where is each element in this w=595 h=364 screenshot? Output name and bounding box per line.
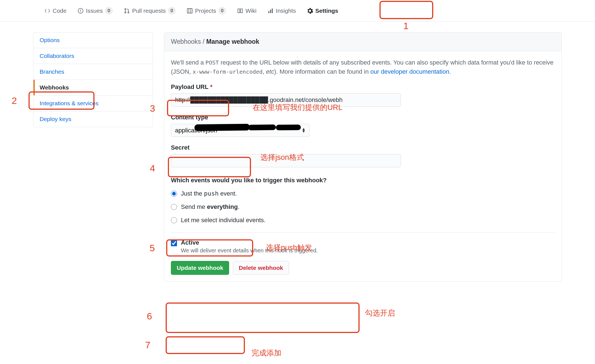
svg-rect-11: [272, 8, 273, 13]
tab-code-label: Code: [53, 7, 66, 14]
page-title: Manage webhook: [206, 38, 259, 45]
graph-icon: [268, 8, 274, 14]
svg-point-3: [125, 8, 126, 9]
webhook-panel: Webhooks / Manage webhook We'll send a P…: [164, 32, 562, 282]
tab-settings-label: Settings: [315, 7, 338, 14]
tab-issues[interactable]: Issues 0: [72, 0, 118, 21]
svg-point-5: [128, 12, 129, 13]
docs-link[interactable]: our developer documentation: [370, 68, 449, 75]
projects-counter: 0: [218, 7, 226, 15]
tab-issues-label: Issues: [86, 7, 103, 14]
tab-insights[interactable]: Insights: [262, 0, 301, 21]
sidebar-item-deploy-keys[interactable]: Deploy keys: [34, 111, 153, 127]
tab-pulls[interactable]: Pull requests 0: [118, 0, 181, 21]
payload-url-label: Payload URL *: [171, 83, 555, 91]
tab-wiki-label: Wiki: [245, 7, 257, 14]
svg-point-2: [80, 12, 81, 12]
description: We'll send a POST request to the URL bel…: [171, 58, 555, 76]
event-push-radio[interactable]: [171, 191, 177, 197]
breadcrumb: Webhooks /: [171, 38, 206, 45]
code-icon: [44, 8, 50, 14]
redaction-mark: [276, 125, 301, 130]
active-checkbox[interactable]: [171, 240, 177, 246]
project-icon: [187, 8, 193, 14]
git-pull-request-icon: [124, 8, 130, 14]
sidebar-item-collaborators[interactable]: Collaborators: [34, 48, 153, 64]
sidebar-item-webhooks[interactable]: Webhooks: [34, 80, 153, 96]
panel-heading: Webhooks / Manage webhook: [164, 32, 561, 51]
event-everything-option[interactable]: Send me everything.: [171, 203, 555, 211]
secret-label: Secret: [171, 144, 555, 151]
redaction-mark: [248, 124, 276, 130]
issue-icon: [78, 8, 84, 14]
event-select-option[interactable]: Let me select individual events.: [171, 217, 555, 224]
pulls-counter: 0: [168, 7, 176, 15]
sidebar-item-branches[interactable]: Branches: [34, 64, 153, 80]
svg-rect-9: [268, 11, 269, 13]
active-label: Active: [181, 239, 318, 246]
redaction-mark: [194, 124, 250, 131]
tab-insights-label: Insights: [276, 7, 296, 14]
tab-settings[interactable]: Settings: [301, 0, 344, 21]
svg-rect-10: [270, 9, 271, 13]
issues-counter: 0: [105, 7, 113, 15]
tab-wiki[interactable]: Wiki: [232, 0, 262, 21]
update-webhook-button[interactable]: Update webhook: [171, 261, 229, 275]
book-icon: [237, 8, 243, 14]
tab-code[interactable]: Code: [39, 0, 72, 21]
events-question: Which events would you like to trigger t…: [171, 177, 555, 184]
event-select-radio[interactable]: [171, 217, 177, 223]
tab-pulls-label: Pull requests: [132, 7, 166, 14]
tab-projects-label: Projects: [195, 7, 216, 14]
payload-url-input[interactable]: [171, 93, 401, 107]
settings-sidebar: Options Collaborators Branches Webhooks …: [33, 32, 153, 127]
active-note: We will deliver event details when this …: [181, 247, 318, 254]
svg-rect-6: [187, 8, 192, 13]
event-everything-radio[interactable]: [171, 204, 177, 210]
delete-webhook-button[interactable]: Delete webhook: [233, 261, 289, 275]
content-type-label: Content type: [171, 114, 555, 121]
gear-icon: [307, 8, 313, 14]
sidebar-item-options[interactable]: Options: [34, 32, 153, 48]
tab-projects[interactable]: Projects 0: [181, 0, 232, 21]
svg-point-4: [125, 12, 126, 13]
repo-tabs: Code Issues 0 Pull requests 0 Projects 0…: [0, 0, 595, 22]
event-push-option[interactable]: Just the push event.: [171, 190, 555, 197]
secret-input[interactable]: [171, 154, 401, 167]
sidebar-item-integrations[interactable]: Integrations & services: [34, 96, 153, 111]
